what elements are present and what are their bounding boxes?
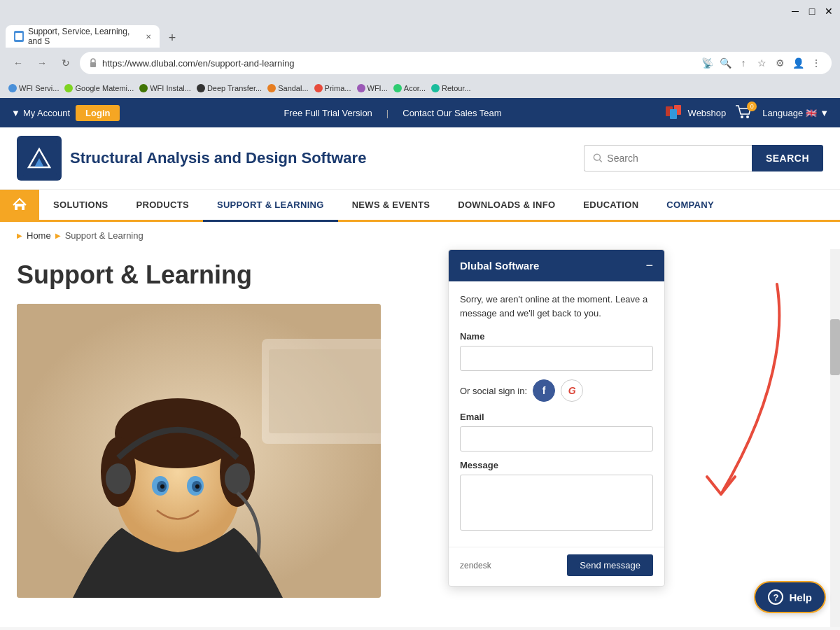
bookmark-4[interactable]: Deep Transfer...	[197, 84, 262, 92]
nav-education[interactable]: EDUCATION	[569, 190, 652, 220]
free-trial-link[interactable]: Free Full Trial Version	[284, 108, 372, 118]
logo-box[interactable]	[17, 136, 62, 181]
browser-addressbar: ← → ↻ https://www.dlubal.com/en/support-…	[0, 48, 840, 78]
svg-point-27	[195, 484, 200, 489]
logo-area: Structural Analysis and Design Software	[17, 136, 366, 181]
nav-news-events[interactable]: NEWS & EVENTS	[338, 190, 444, 220]
close-button[interactable]: ✕	[823, 6, 834, 17]
bookmark-5[interactable]: Sandal...	[267, 84, 308, 92]
refresh-button[interactable]: ↻	[56, 53, 76, 73]
email-label: Email	[460, 412, 653, 422]
main-nav: SOLUTIONS PRODUCTS SUPPORT & LEARNING NE…	[0, 190, 840, 222]
social-sign-in-label: Or social sign in:	[460, 386, 527, 396]
cart-badge: 0	[747, 102, 757, 111]
url-display: https://www.dlubal.com/en/support-and-le…	[102, 58, 696, 69]
chat-title: Dlubal Software	[460, 260, 539, 272]
breadcrumb: ▶ Home ▶ Support & Learning	[0, 222, 840, 249]
login-button[interactable]: Login	[76, 105, 120, 121]
bookmark-6[interactable]: Prima...	[314, 84, 351, 92]
bookmark-9[interactable]: Retour...	[431, 84, 471, 92]
minimize-button[interactable]: ─	[790, 6, 801, 17]
name-input[interactable]	[460, 346, 653, 371]
help-button[interactable]: ? Help	[754, 581, 826, 613]
bookmark-3[interactable]: WFI Instal...	[139, 84, 191, 92]
message-label: Message	[460, 460, 653, 470]
svg-rect-0	[15, 33, 22, 40]
tab-close-icon[interactable]: ✕	[146, 33, 151, 41]
bookmark-7[interactable]: WFI...	[357, 84, 388, 92]
webshop-icon	[666, 105, 685, 120]
nav-downloads-info[interactable]: DOWNLOADS & INFO	[444, 190, 569, 220]
profile-icon[interactable]: 👤	[791, 56, 805, 70]
topbar-center: Free Full Trial Version | Contact Our Sa…	[284, 108, 501, 118]
send-message-button[interactable]: Send message	[567, 554, 653, 576]
chat-offline-message: Sorry, we aren't online at the moment. L…	[460, 293, 653, 320]
scrollbar-thumb[interactable]	[830, 319, 840, 375]
scrollbar[interactable]	[830, 249, 840, 627]
chat-body: Sorry, we aren't online at the moment. L…	[449, 281, 664, 544]
chat-minimize-button[interactable]: −	[645, 258, 653, 273]
bookmark-8[interactable]: Acor...	[393, 84, 426, 92]
forward-button[interactable]: →	[32, 53, 52, 73]
chat-widget: Dlubal Software − Sorry, we aren't onlin…	[448, 249, 665, 587]
search-input-wrap	[584, 145, 752, 172]
search-button[interactable]: SEARCH	[752, 145, 823, 172]
webshop-label[interactable]: Webshop	[688, 108, 727, 118]
support-person-illustration	[17, 304, 381, 598]
back-button[interactable]: ←	[8, 53, 28, 73]
share-icon[interactable]: ↑	[736, 56, 750, 70]
browser-tabs: Support, Service, Learning, and S ✕ +	[0, 22, 840, 48]
message-textarea[interactable]	[460, 475, 653, 531]
chat-footer: zendesk Send message	[449, 547, 664, 586]
svg-point-11	[594, 154, 600, 160]
flag-icon: 🇬🇧	[806, 108, 817, 118]
menu-icon[interactable]: ⋮	[809, 56, 823, 70]
browser-titlebar: ─ □ ✕	[0, 0, 840, 22]
svg-rect-15	[269, 349, 381, 433]
svg-point-29	[225, 463, 250, 494]
help-circle-icon: ?	[768, 589, 783, 605]
language-label: Language	[762, 108, 803, 118]
browser-chrome: ─ □ ✕ Support, Service, Learning, and S …	[0, 0, 840, 98]
new-tab-button[interactable]: +	[162, 28, 182, 48]
bookmark-1[interactable]: WFI Servi...	[8, 84, 59, 92]
svg-point-26	[160, 484, 164, 489]
nav-products[interactable]: PRODUCTS	[122, 190, 203, 220]
my-account-menu[interactable]: ▼ My Account	[11, 108, 70, 118]
search-input[interactable]	[607, 153, 743, 164]
address-bar[interactable]: https://www.dlubal.com/en/support-and-le…	[80, 52, 832, 74]
nav-solutions[interactable]: SOLUTIONS	[39, 190, 122, 220]
breadcrumb-home[interactable]: Home	[27, 230, 51, 241]
lock-icon	[88, 58, 98, 68]
search-icon	[593, 153, 603, 164]
bookmark-star-icon[interactable]: ☆	[755, 56, 769, 70]
contact-sales-link[interactable]: Contact Our Sales Team	[402, 108, 501, 118]
extensions-icon[interactable]: ⚙	[773, 56, 787, 70]
svg-rect-1	[90, 62, 96, 67]
chat-header: Dlubal Software −	[449, 250, 664, 281]
svg-point-6	[746, 115, 749, 118]
zoom-icon[interactable]: 🔍	[718, 56, 732, 70]
webshop-area: Webshop	[666, 105, 727, 120]
breadcrumb-arrow-1: ▶	[17, 232, 22, 239]
page-title: Support & Learning	[17, 260, 823, 290]
maximize-button[interactable]: □	[806, 6, 818, 17]
title-controls: ─ □ ✕	[790, 6, 834, 17]
separator-1: |	[386, 108, 388, 118]
language-selector[interactable]: Language 🇬🇧 ▼	[762, 108, 829, 118]
facebook-signin-button[interactable]: f	[533, 379, 555, 402]
website: ▼ My Account Login Free Full Trial Versi…	[0, 98, 840, 627]
search-area: SEARCH	[584, 145, 823, 172]
cast-icon[interactable]: 📡	[700, 56, 714, 70]
active-tab[interactable]: Support, Service, Learning, and S ✕	[6, 25, 160, 48]
email-input[interactable]	[460, 426, 653, 451]
nav-company[interactable]: COMPANY	[652, 190, 728, 220]
google-signin-button[interactable]: G	[561, 379, 583, 402]
bookmark-2[interactable]: Google Matemi...	[64, 84, 134, 92]
help-label: Help	[789, 592, 812, 603]
dlubal-logo-svg	[22, 141, 57, 176]
cart-icon-wrap[interactable]: 0	[734, 104, 754, 122]
nav-support-learning[interactable]: SUPPORT & LEARNING	[203, 190, 338, 222]
nav-home-button[interactable]	[0, 190, 39, 220]
page-content: Support & Learning	[0, 249, 840, 627]
